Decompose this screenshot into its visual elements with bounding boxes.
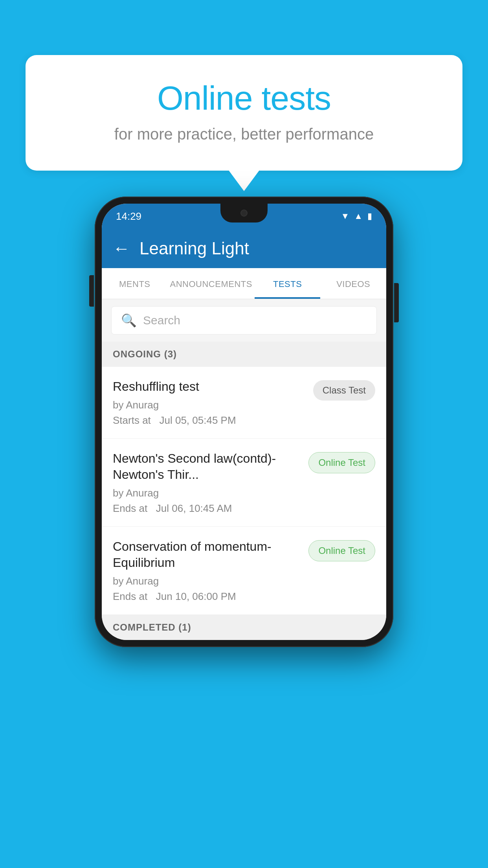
test-badge-3: Online Test — [308, 540, 375, 561]
test-content-3: Conservation of momentum-Equilibrium by … — [113, 539, 302, 603]
test-content-2: Newton's Second law(contd)-Newton's Thir… — [113, 451, 302, 515]
battery-icon: ▮ — [367, 211, 372, 221]
search-icon: 🔍 — [121, 313, 137, 328]
app-bar: ← Learning Light — [102, 229, 386, 268]
test-item-1[interactable]: Reshuffling test by Anurag Starts at Jul… — [102, 367, 386, 439]
phone-outer: 14:29 ▼ ▲ ▮ ← Learning Light MENTS ANNOU… — [95, 197, 393, 647]
test-list: Reshuffling test by Anurag Starts at Jul… — [102, 367, 386, 615]
tab-tests[interactable]: TESTS — [255, 268, 321, 299]
status-time: 14:29 — [116, 210, 141, 223]
status-bar: 14:29 ▼ ▲ ▮ — [102, 204, 386, 229]
test-item-2[interactable]: Newton's Second law(contd)-Newton's Thir… — [102, 439, 386, 527]
test-item-3[interactable]: Conservation of momentum-Equilibrium by … — [102, 527, 386, 615]
ongoing-section-header: ONGOING (3) — [102, 342, 386, 367]
search-bar[interactable]: 🔍 Search — [111, 306, 377, 335]
bubble-title: Online tests — [57, 79, 431, 118]
camera-dot — [240, 210, 248, 217]
test-by-1: by Anurag — [113, 399, 307, 411]
notch — [220, 204, 268, 223]
speech-bubble: Online tests for more practice, better p… — [26, 55, 462, 171]
wifi-icon: ▼ — [341, 211, 349, 221]
app-title: Learning Light — [139, 239, 249, 258]
test-content-1: Reshuffling test by Anurag Starts at Jul… — [113, 379, 307, 427]
phone-screen: 14:29 ▼ ▲ ▮ ← Learning Light MENTS ANNOU… — [102, 204, 386, 640]
tab-videos[interactable]: VIDEOS — [320, 268, 386, 299]
test-date-1: Starts at Jul 05, 05:45 PM — [113, 414, 307, 427]
phone-wrapper: 14:29 ▼ ▲ ▮ ← Learning Light MENTS ANNOU… — [95, 197, 393, 647]
signal-icon: ▲ — [354, 211, 363, 221]
search-container: 🔍 Search — [102, 299, 386, 342]
tab-announcements[interactable]: ANNOUNCEMENTS — [168, 268, 255, 299]
test-by-2: by Anurag — [113, 487, 302, 499]
test-badge-2: Online Test — [308, 452, 375, 473]
tabs-bar: MENTS ANNOUNCEMENTS TESTS VIDEOS — [102, 268, 386, 299]
bubble-subtitle: for more practice, better performance — [57, 125, 431, 143]
test-by-3: by Anurag — [113, 575, 302, 587]
test-name-1: Reshuffling test — [113, 379, 307, 395]
back-button[interactable]: ← — [113, 239, 130, 258]
test-date-2: Ends at Jul 06, 10:45 AM — [113, 502, 302, 515]
completed-section-header: COMPLETED (1) — [102, 615, 386, 640]
test-name-2: Newton's Second law(contd)-Newton's Thir… — [113, 451, 302, 483]
speech-bubble-container: Online tests for more practice, better p… — [26, 55, 462, 171]
test-name-3: Conservation of momentum-Equilibrium — [113, 539, 302, 571]
status-icons: ▼ ▲ ▮ — [341, 211, 372, 221]
search-placeholder: Search — [143, 314, 180, 327]
test-badge-1: Class Test — [313, 380, 375, 401]
tab-ments[interactable]: MENTS — [102, 268, 168, 299]
test-date-3: Ends at Jun 10, 06:00 PM — [113, 590, 302, 603]
